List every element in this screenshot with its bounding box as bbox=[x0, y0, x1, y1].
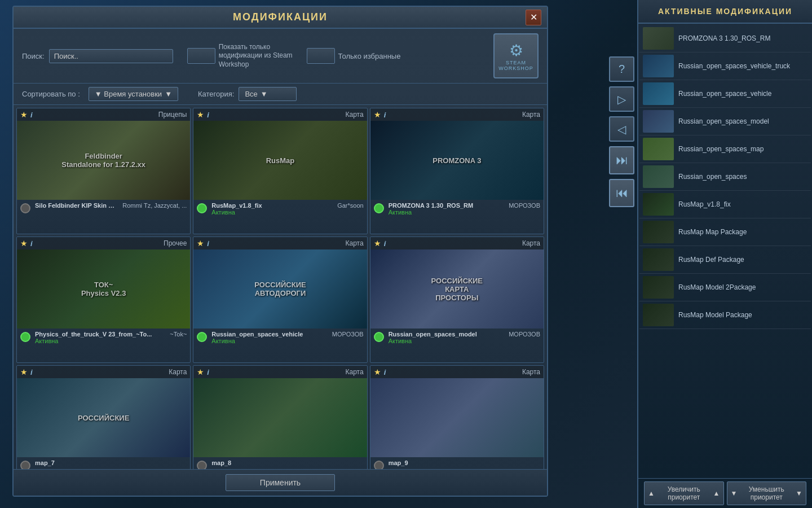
steam-workshop-button[interactable]: ⚙ STEAMWORKSHOP bbox=[493, 33, 539, 78]
mod-name: map_7 bbox=[35, 459, 182, 466]
mod-name: Russian_open_spaces_vehicle bbox=[211, 331, 328, 338]
mod-image: РОССИЙСКИЕ КАРТА ПРОСТОРЫ bbox=[370, 249, 544, 329]
star-icon[interactable]: ★ bbox=[197, 239, 204, 248]
category-dropdown[interactable]: Все ▼ bbox=[239, 87, 296, 101]
mod-name: map_8 bbox=[211, 459, 359, 466]
active-mod-item[interactable]: RusMap Def Package bbox=[639, 246, 811, 274]
info-icon[interactable]: i bbox=[207, 239, 209, 248]
active-mod-item[interactable]: RusMap Model Package bbox=[639, 301, 811, 329]
info-icon[interactable]: i bbox=[207, 368, 209, 376]
mod-card[interactable]: ★ i Карта РОССИЙСКИЕ КАРТА ПРОСТОРЫ Russ… bbox=[370, 237, 544, 363]
sort-chevron-icon: ▼ bbox=[165, 90, 172, 98]
filter-row: Поиск: Показать только модификации из St… bbox=[14, 29, 547, 84]
fast-backward-icon: ⏮ bbox=[616, 186, 628, 200]
mod-card[interactable]: ★ i Прицепы Feldbinder Standalone for 1.… bbox=[16, 108, 191, 234]
mod-image-content: РОССИЙСКИЕ bbox=[17, 378, 190, 457]
close-button[interactable]: ✕ bbox=[526, 10, 541, 25]
mod-status-dot bbox=[197, 332, 207, 342]
mod-status: Активна bbox=[211, 209, 333, 216]
mod-image-text: ТОК~ Physics V2.3 bbox=[81, 281, 126, 297]
active-mod-item[interactable]: RusMap Model 2Package bbox=[639, 274, 811, 301]
mod-card[interactable]: ★ i Карта РОССИЙСКИЕ АВТОДОРОГИ Russian_… bbox=[193, 237, 367, 363]
star-icon[interactable]: ★ bbox=[374, 110, 381, 119]
active-mod-item[interactable]: Russian_open_spaces bbox=[639, 163, 811, 191]
sort-dropdown[interactable]: ▼ Время установки ▼ bbox=[89, 87, 178, 101]
mod-name: RusMap_v1.8_fix bbox=[211, 202, 333, 209]
help-button[interactable]: ? bbox=[609, 56, 634, 82]
mod-status-dot bbox=[374, 203, 384, 213]
mod-status-dot bbox=[197, 203, 207, 213]
mod-image-content: Feldbinder Standalone for 1.27.2.xx bbox=[17, 121, 190, 200]
active-mod-item[interactable]: Russian_open_spaces_vehicle bbox=[639, 80, 811, 108]
mod-category: Карта bbox=[169, 368, 187, 376]
star-icon[interactable]: ★ bbox=[197, 110, 204, 119]
increase-priority-label: Увеличить приоритет bbox=[655, 485, 713, 501]
active-mod-item[interactable]: RusMap_v1.8_fix bbox=[639, 191, 811, 218]
mod-card[interactable]: ★ i Карта PROMZONA 3 PROMZONA 3 1.30_ROS… bbox=[370, 108, 544, 234]
active-mod-thumbnail bbox=[643, 110, 674, 133]
star-icon[interactable]: ★ bbox=[374, 239, 381, 248]
active-mod-name: RusMap Def Package bbox=[678, 256, 807, 264]
priority-buttons: ▲ Увеличить приоритет ▲ ▼ Уменьшить прио… bbox=[638, 478, 812, 508]
star-icon[interactable]: ★ bbox=[20, 367, 28, 376]
move-right-button[interactable]: ▷ bbox=[609, 86, 634, 112]
info-icon[interactable]: i bbox=[384, 239, 386, 248]
active-mod-thumbnail bbox=[643, 276, 674, 299]
info-icon[interactable]: i bbox=[30, 368, 33, 376]
mod-name: Physics_of_the_truck_V 23_from_~To... bbox=[35, 331, 165, 338]
move-left-button[interactable]: ◁ bbox=[609, 116, 634, 142]
star-icon[interactable]: ★ bbox=[374, 367, 381, 376]
down-arrow-icon: ▼ bbox=[796, 489, 802, 497]
info-icon[interactable]: i bbox=[207, 111, 209, 119]
info-icon[interactable]: i bbox=[30, 111, 33, 119]
active-mod-item[interactable]: PROMZONA 3 1.30_ROS_RM bbox=[639, 25, 811, 52]
favorites-group: Только избранные bbox=[307, 48, 401, 64]
mod-image-text: РОССИЙСКИЕ АВТОДОРОГИ bbox=[254, 281, 306, 297]
favorites-checkbox[interactable] bbox=[307, 48, 335, 64]
decrease-priority-button[interactable]: ▼ Уменьшить приоритет ▼ bbox=[727, 481, 807, 505]
modal-header: МОДИФИКАЦИИ ✕ bbox=[14, 7, 547, 29]
active-mod-name: Russian_open_spaces_vehicle_truck bbox=[678, 62, 807, 70]
control-buttons: ? ▷ ◁ ⏭ ⏮ bbox=[609, 56, 634, 207]
mod-card-header: ★ i Карта bbox=[17, 366, 190, 378]
mod-card[interactable]: ★ i Прочее ТОК~ Physics V2.3 Physics_of_… bbox=[16, 237, 191, 363]
active-mod-item[interactable]: Russian_open_spaces_vehicle_truck bbox=[639, 52, 811, 80]
apply-button[interactable]: Применить bbox=[226, 474, 335, 491]
mod-status-dot bbox=[20, 332, 30, 342]
mod-card-header: ★ i Карта bbox=[193, 237, 367, 249]
fast-forward-button[interactable]: ⏭ bbox=[609, 146, 634, 174]
star-icon[interactable]: ★ bbox=[20, 110, 28, 119]
mod-author: Gar*soon bbox=[337, 202, 363, 209]
mod-category: Карта bbox=[522, 111, 540, 119]
mod-category: Карта bbox=[522, 239, 540, 247]
mod-image-content: PROMZONA 3 bbox=[370, 121, 544, 200]
increase-priority-button[interactable]: ▲ Увеличить приоритет ▲ bbox=[644, 481, 724, 505]
mod-image-text: РОССИЙСКИЕ КАРТА ПРОСТОРЫ bbox=[431, 277, 483, 302]
active-mod-name: RusMap Model Package bbox=[678, 311, 807, 319]
mod-name: map_9 bbox=[389, 459, 536, 466]
active-mod-item[interactable]: Russian_open_spaces_map bbox=[639, 135, 811, 163]
mod-info: map_8 bbox=[211, 459, 359, 466]
active-mod-name: RusMap Map Package bbox=[678, 228, 807, 236]
info-icon[interactable]: i bbox=[384, 111, 386, 119]
mod-category: Карта bbox=[522, 368, 540, 376]
star-icon[interactable]: ★ bbox=[197, 367, 204, 376]
sort-value: ▼ Время установки bbox=[95, 90, 162, 98]
info-icon[interactable]: i bbox=[30, 239, 33, 248]
fast-backward-button[interactable]: ⏮ bbox=[609, 179, 634, 207]
mod-card[interactable]: ★ i Карта RusMap RusMap_v1.8_fix Активна… bbox=[193, 108, 367, 234]
active-mod-item[interactable]: RusMap Map Package bbox=[639, 218, 811, 246]
search-input[interactable] bbox=[49, 49, 173, 63]
steam-workshop-checkbox[interactable] bbox=[187, 48, 215, 64]
mod-image-text: РОССИЙСКИЕ bbox=[78, 414, 129, 422]
active-mod-item[interactable]: Russian_open_spaces_model bbox=[639, 108, 811, 135]
info-icon[interactable]: i bbox=[384, 368, 386, 376]
active-mod-thumbnail bbox=[643, 55, 674, 77]
move-left-icon: ◁ bbox=[617, 122, 626, 136]
star-icon[interactable]: ★ bbox=[20, 239, 28, 248]
category-chevron-icon: ▼ bbox=[261, 90, 268, 98]
mod-card-header: ★ i Карта bbox=[370, 237, 544, 249]
mod-image-text: PROMZONA 3 bbox=[433, 156, 481, 165]
mod-card-header: ★ i Прочее bbox=[17, 237, 190, 249]
mod-status-dot bbox=[20, 203, 30, 213]
